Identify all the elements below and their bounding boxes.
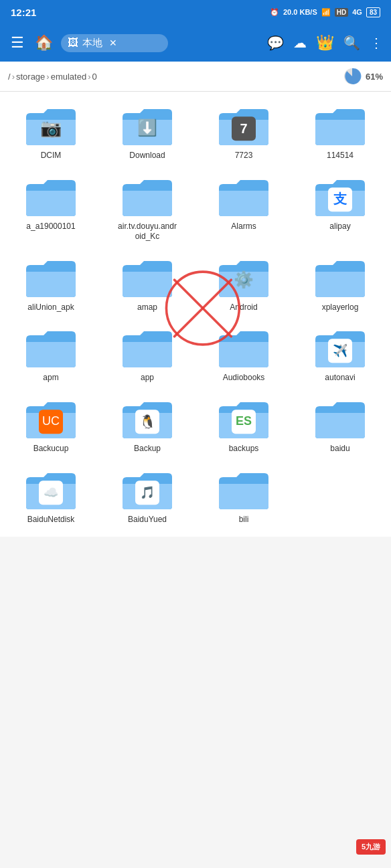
folder-name-amap: amap xyxy=(137,302,157,313)
folder-name-dcim: DCIM xyxy=(41,151,62,161)
folder-icon-audiobooks xyxy=(217,326,270,370)
folder-name-xplayerlog: xplayerlog xyxy=(322,302,359,313)
folder-name-autonavi: autonavi xyxy=(325,373,355,383)
folder-name-alipay: alipay xyxy=(329,222,350,232)
folder-icon-alarms xyxy=(217,175,270,219)
folder-icon-air_tv_douyu xyxy=(121,175,174,219)
folder-item-baidu[interactable]: baidu xyxy=(292,390,388,461)
folder-name-alarms: Alarms xyxy=(231,222,256,232)
watermark: 5九游 xyxy=(356,839,386,855)
wifi-icon: 📶 xyxy=(321,8,331,17)
speed-indicator: 20.0 KB/S xyxy=(283,8,317,16)
folder-icon-aliunion_apk xyxy=(24,256,78,300)
battery-icon: 83 xyxy=(366,7,380,17)
message-icon[interactable]: 💬 xyxy=(267,35,284,51)
breadcrumb-folder[interactable]: 0 xyxy=(92,72,97,82)
folder-name-bili: bili xyxy=(239,515,249,525)
folder-icon-dcim: 📷 xyxy=(24,104,78,148)
signal-badge: 4G xyxy=(352,8,362,16)
more-menu-icon[interactable]: ⋮ xyxy=(370,35,383,51)
breadcrumb-storage[interactable]: storage xyxy=(16,72,45,82)
local-tab-icon: 🖼 xyxy=(68,37,78,49)
folder-item-apm[interactable]: apm xyxy=(3,319,99,390)
breadcrumb-root[interactable]: / xyxy=(8,72,11,82)
folder-item-bili[interactable]: bili xyxy=(196,461,292,532)
folder-name-apm: apm xyxy=(43,373,58,383)
folder-item-xplayerlog[interactable]: xplayerlog xyxy=(292,249,388,320)
folder-item-7723[interactable]: 77723 xyxy=(196,97,292,168)
chevron-icon-3: › xyxy=(88,72,90,82)
search-icon[interactable]: 🔍 xyxy=(343,35,360,51)
cloud-icon[interactable]: ☁ xyxy=(293,35,307,51)
usage-percent: 61% xyxy=(366,72,383,82)
breadcrumb-bar: / › storage › emulated › 0 61% xyxy=(0,62,391,92)
folder-icon-a_a190001101 xyxy=(24,175,78,219)
nav-right-actions: 💬 ☁ 👑 🔍 ⋮ xyxy=(267,34,383,52)
folder-name-backup: Backup xyxy=(134,444,161,454)
folder-item-air_tv_douyu[interactable]: air.tv.douyu.android_Kc xyxy=(99,168,196,249)
folder-icon-download: ⬇️ xyxy=(121,104,174,148)
folder-item-audiobooks[interactable]: Audiobooks xyxy=(196,319,292,390)
folder-item-alarms[interactable]: Alarms xyxy=(196,168,292,249)
nav-tab-label: 本地 xyxy=(82,37,102,50)
folder-item-download[interactable]: ⬇️Download xyxy=(99,97,196,168)
nav-tab-close-icon[interactable]: ✕ xyxy=(109,37,117,48)
hd-badge: HD xyxy=(335,8,348,17)
folder-item-backups[interactable]: ESbackups xyxy=(196,390,292,461)
folder-icon-xplayerlog xyxy=(313,256,367,300)
folder-icon-bili xyxy=(217,468,270,512)
folder-name-7723: 7723 xyxy=(235,151,253,161)
folder-item-aliunion_apk[interactable]: aliUnion_apk xyxy=(3,249,99,320)
folder-name-114514: 114514 xyxy=(327,151,354,161)
crown-icon[interactable]: 👑 xyxy=(316,34,334,52)
folder-name-android: Android xyxy=(230,302,257,313)
folder-item-backup[interactable]: 🐧Backup xyxy=(99,390,196,461)
folder-icon-backucup: UC xyxy=(24,397,78,441)
hamburger-menu-icon[interactable]: ☰ xyxy=(8,31,27,54)
folder-icon-baidu xyxy=(313,397,367,441)
folder-name-backups: backups xyxy=(229,444,259,454)
folder-item-baiduyued[interactable]: 🎵BaiduYued xyxy=(99,461,196,532)
folder-icon-backups: ES xyxy=(217,397,270,441)
folder-item-alipay[interactable]: 支alipay xyxy=(292,168,388,249)
folder-icon-baiduyued: 🎵 xyxy=(121,468,174,512)
folder-icon-amap xyxy=(121,256,174,300)
folder-item-app[interactable]: app xyxy=(99,319,196,390)
status-bar: 12:21 ⏰ 20.0 KB/S 📶 HD 4G 83 xyxy=(0,0,391,24)
folder-icon-alipay: 支 xyxy=(313,175,367,219)
status-time: 12:21 xyxy=(11,7,36,18)
folder-name-aliunion_apk: aliUnion_apk xyxy=(27,302,74,313)
nav-tab-local[interactable]: 🖼 本地 ✕ xyxy=(61,34,168,52)
file-grid-container: 📷DCIM ⬇️Download 77723 114514 a_a1900010… xyxy=(0,92,391,537)
folder-item-amap[interactable]: amap xyxy=(99,249,196,320)
chevron-icon-2: › xyxy=(46,72,49,82)
chevron-icon: › xyxy=(12,72,15,82)
folder-name-baidu: baidu xyxy=(330,444,349,454)
breadcrumb-emulated[interactable]: emulated xyxy=(51,72,86,82)
folder-item-dcim[interactable]: 📷DCIM xyxy=(3,97,99,168)
nav-bar: ☰ 🏠 🖼 本地 ✕ 💬 ☁ 👑 🔍 ⋮ xyxy=(0,24,391,62)
status-icons: ⏰ 20.0 KB/S 📶 HD 4G 83 xyxy=(270,7,380,17)
folder-item-android[interactable]: ⚙️Android xyxy=(196,249,292,320)
folder-name-app: app xyxy=(141,373,154,383)
folder-icon-7723: 7 xyxy=(217,104,270,148)
folder-name-air_tv_douyu: air.tv.douyu.android_Kc xyxy=(117,222,177,242)
folder-name-backucup: Backucup xyxy=(33,444,69,454)
folder-item-backucup[interactable]: UCBackucup xyxy=(3,390,99,461)
home-icon[interactable]: 🏠 xyxy=(32,31,56,54)
folder-name-a_a190001101: a_a19000101 xyxy=(26,222,75,232)
storage-pie-chart xyxy=(343,67,362,86)
folder-name-baidunetdi: BaiduNetdisk xyxy=(27,515,75,525)
folder-item-a_a190001101[interactable]: a_a19000101 xyxy=(3,168,99,249)
folder-name-audiobooks: Audiobooks xyxy=(223,373,265,383)
folder-item-autonavi[interactable]: ✈️autonavi xyxy=(292,319,388,390)
folder-item-baidunetdi[interactable]: ☁️BaiduNetdisk xyxy=(3,461,99,532)
clock-icon: ⏰ xyxy=(270,8,279,17)
folder-icon-backup: 🐧 xyxy=(121,397,174,441)
file-grid: 📷DCIM ⬇️Download 77723 114514 a_a1900010… xyxy=(0,92,391,537)
folder-icon-autonavi: ✈️ xyxy=(313,326,367,370)
folder-icon-114514 xyxy=(313,104,367,148)
folder-item-114514[interactable]: 114514 xyxy=(292,97,388,168)
folder-name-baiduyued: BaiduYued xyxy=(128,515,167,525)
folder-name-download: Download xyxy=(129,151,165,161)
